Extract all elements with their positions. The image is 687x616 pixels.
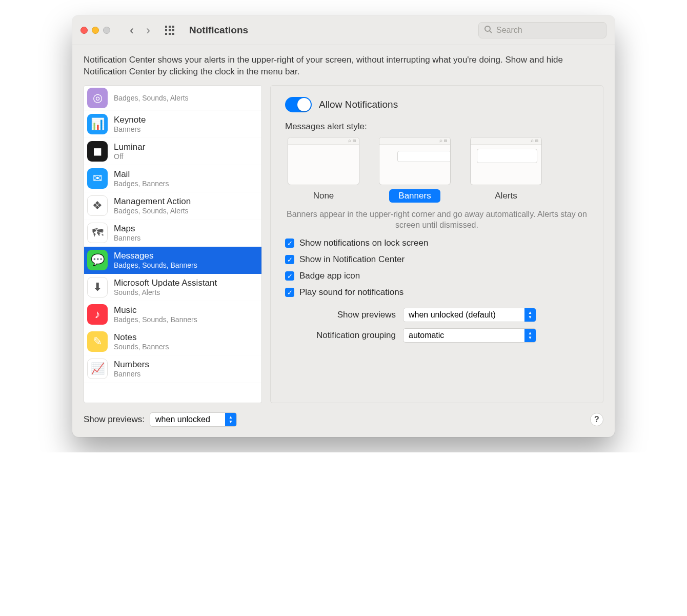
app-row-luminar[interactable]: ◼LuminarOff <box>84 138 261 165</box>
footer-previews-dropdown[interactable]: when unlocked ▲▼ <box>150 412 237 427</box>
alert-style-note: Banners appear in the upper-right corner… <box>285 209 589 231</box>
alert-style-label: Banners <box>389 189 440 203</box>
help-button[interactable]: ? <box>590 413 603 426</box>
back-button[interactable]: ‹ <box>130 23 134 37</box>
svg-rect-5 <box>172 29 174 31</box>
app-sub: Badges, Sounds, Banners <box>114 315 197 324</box>
svg-rect-1 <box>169 26 171 28</box>
check-label: Badge app icon <box>299 271 360 281</box>
grouping-label: Notification grouping <box>285 330 396 341</box>
app-name: Notes <box>114 332 169 343</box>
app-row-mail[interactable]: ✉MailBadges, Banners <box>84 165 261 192</box>
app-icon: 💬 <box>87 250 108 270</box>
app-name: Messages <box>114 251 197 261</box>
app-row-microsoft-update-assistant[interactable]: ⬇Microsoft Update AssistantSounds, Alert… <box>84 274 261 301</box>
dropdown-arrows-icon: ▲▼ <box>225 413 236 426</box>
app-icon: ⬇ <box>87 277 108 297</box>
app-sub: Banners <box>114 125 146 133</box>
app-icon: ✎ <box>87 331 108 352</box>
check-label: Show notifications on lock screen <box>299 238 428 248</box>
app-icon: ♪ <box>87 304 108 325</box>
close-window-button[interactable] <box>80 27 88 34</box>
svg-line-10 <box>490 31 492 33</box>
app-name: Luminar <box>114 142 145 152</box>
svg-rect-3 <box>165 29 167 31</box>
footer-previews-value: when unlocked <box>155 415 210 424</box>
alert-style-banners[interactable]: Banners <box>376 137 453 203</box>
app-icon: 📈 <box>87 359 108 379</box>
app-row-numbers[interactable]: 📈NumbersBanners <box>84 355 261 383</box>
app-icon: 🗺 <box>87 223 108 243</box>
forward-button[interactable]: › <box>146 23 150 37</box>
show-previews-label: Show previews <box>285 310 396 320</box>
app-sub: Badges, Sounds, Alerts <box>114 207 191 215</box>
check-label: Show in Notification Center <box>299 254 405 265</box>
alert-style-options: NoneBannersAlerts <box>285 137 589 203</box>
app-text: NumbersBanners <box>114 360 149 378</box>
grouping-value: automatic <box>409 331 444 340</box>
alert-style-label: Alerts <box>486 189 526 203</box>
svg-rect-2 <box>172 26 174 28</box>
toolbar: ‹ › Notifications Search <box>72 15 615 45</box>
checkbox-checked-icon: ✓ <box>285 255 294 264</box>
page-title: Notifications <box>189 25 248 36</box>
checkbox-checked-icon: ✓ <box>285 288 294 297</box>
allow-notifications-toggle[interactable] <box>285 97 312 112</box>
alert-style-alerts[interactable]: Alerts <box>468 137 544 203</box>
check-show-in-notification-center[interactable]: ✓Show in Notification Center <box>285 254 589 265</box>
footer-previews-label: Show previews: <box>84 414 145 425</box>
show-all-grid-icon[interactable] <box>165 25 175 35</box>
notification-selects: Show previews when unlocked (default) ▲▼… <box>285 308 589 343</box>
app-row-management-action[interactable]: ❖Management ActionBadges, Sounds, Alerts <box>84 192 261 220</box>
search-placeholder: Search <box>496 26 522 35</box>
body: Notification Center shows your alerts in… <box>72 45 615 437</box>
show-previews-dropdown[interactable]: when unlocked (default) ▲▼ <box>403 308 536 322</box>
app-row-maps[interactable]: 🗺MapsBanners <box>84 220 261 247</box>
checkbox-checked-icon: ✓ <box>285 239 294 248</box>
check-play-sound-for-notifications[interactable]: ✓Play sound for notifications <box>285 287 589 297</box>
app-icon: ❖ <box>87 195 108 216</box>
svg-rect-7 <box>169 33 171 35</box>
app-sub: Badges, Sounds, Alerts <box>114 94 189 102</box>
app-sub: Badges, Sounds, Banners <box>114 261 197 269</box>
app-name: Microsoft Update Assistant <box>114 278 217 288</box>
app-icon: ✉ <box>87 168 108 189</box>
zoom-window-button[interactable] <box>103 27 110 34</box>
alert-style-preview <box>288 137 359 185</box>
search-input[interactable]: Search <box>478 22 607 38</box>
app-text: MapsBanners <box>114 224 140 242</box>
app-list[interactable]: ◎Badges, Sounds, Alerts📊KeynoteBanners◼L… <box>84 85 262 403</box>
grouping-dropdown[interactable]: automatic ▲▼ <box>403 328 536 343</box>
app-text: KeynoteBanners <box>114 115 146 133</box>
svg-rect-0 <box>165 26 167 28</box>
allow-notifications-row: Allow Notifications <box>285 97 589 112</box>
svg-rect-8 <box>172 33 174 35</box>
app-name: Music <box>114 305 197 315</box>
app-row-music[interactable]: ♪MusicBadges, Sounds, Banners <box>84 301 261 328</box>
app-sub: Banners <box>114 370 149 378</box>
app-name: Mail <box>114 169 169 180</box>
app-text: MusicBadges, Sounds, Banners <box>114 305 197 324</box>
minimize-window-button[interactable] <box>92 27 99 34</box>
dropdown-arrows-icon: ▲▼ <box>524 329 536 342</box>
app-icon: 📊 <box>87 114 108 134</box>
svg-rect-6 <box>165 33 167 35</box>
app-text: LuminarOff <box>114 142 145 161</box>
alert-style-title: Messages alert style: <box>285 122 589 132</box>
show-previews-row: Show previews when unlocked (default) ▲▼ <box>285 308 589 322</box>
app-text: MessagesBadges, Sounds, Banners <box>114 251 197 269</box>
app-icon: ◎ <box>87 88 108 108</box>
search-icon <box>484 25 492 35</box>
app-row-keynote[interactable]: 📊KeynoteBanners <box>84 111 261 138</box>
app-row-unknown[interactable]: ◎Badges, Sounds, Alerts <box>84 86 261 111</box>
check-badge-app-icon[interactable]: ✓Badge app icon <box>285 271 589 281</box>
app-row-notes[interactable]: ✎NotesSounds, Banners <box>84 328 261 355</box>
app-sub: Badges, Banners <box>114 180 169 188</box>
app-text: Badges, Sounds, Alerts <box>114 94 189 102</box>
check-show-notifications-on-lock-screen[interactable]: ✓Show notifications on lock screen <box>285 238 589 248</box>
check-label: Play sound for notifications <box>299 287 403 297</box>
svg-point-9 <box>485 26 490 31</box>
app-row-messages[interactable]: 💬MessagesBadges, Sounds, Banners <box>84 247 261 274</box>
alert-style-none[interactable]: None <box>285 137 362 203</box>
app-sub: Sounds, Banners <box>114 343 169 351</box>
